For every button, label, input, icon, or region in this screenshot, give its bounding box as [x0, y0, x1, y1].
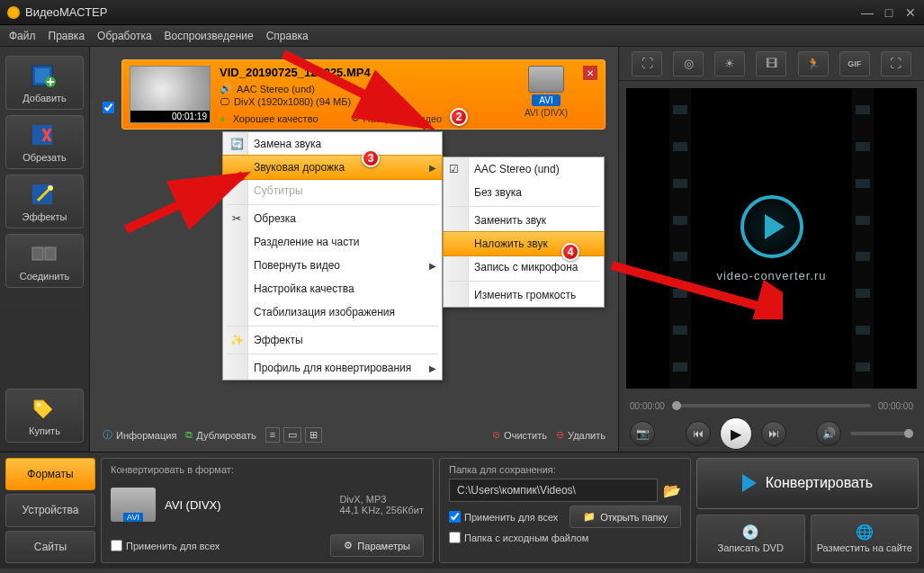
- path-field[interactable]: C:\Users\компик\Videos\: [449, 479, 658, 502]
- menu-file[interactable]: Файл: [9, 30, 36, 42]
- list-actions: ⓘИнформация ⧉Дублировать ≡ ▭ ⊞ ⊘Очистить…: [103, 427, 606, 443]
- cm-profile[interactable]: Профиль для конвертирования▶: [223, 356, 442, 380]
- info-button[interactable]: ⓘИнформация: [103, 428, 176, 442]
- effects-label: Эффекты: [22, 211, 67, 222]
- tab-formats[interactable]: Форматы: [5, 458, 95, 490]
- tab-devices[interactable]: Устройства: [5, 494, 95, 526]
- menu-help[interactable]: Справка: [266, 30, 309, 42]
- remove-file-button[interactable]: ✕: [583, 66, 597, 80]
- folder-box: Папка для сохранения: C:\Users\компик\Vi…: [439, 458, 691, 563]
- watermark-link: video-converter.ru: [716, 269, 826, 282]
- gif-tool[interactable]: GIF: [839, 51, 870, 76]
- brightness-tool[interactable]: ☀: [714, 51, 745, 76]
- time-end: 00:00:00: [878, 401, 913, 411]
- view-toggle[interactable]: ≡ ▭ ⊞: [265, 427, 322, 443]
- playback-controls: 📷 ⏮ ▶ ⏭ 🔊: [619, 416, 924, 452]
- minimize-icon[interactable]: —: [861, 6, 874, 19]
- cm-effects[interactable]: ✨Эффекты: [223, 328, 442, 352]
- menu-process[interactable]: Обработка: [97, 30, 152, 42]
- file-checkbox[interactable]: [103, 102, 114, 113]
- file-thumbnail: 00:01:19: [130, 66, 211, 123]
- next-button[interactable]: ⏭: [761, 421, 786, 446]
- sub-overlay[interactable]: Наложить звук: [443, 231, 605, 256]
- svg-rect-7: [45, 247, 56, 260]
- annotation-badge-4: 4: [561, 243, 579, 261]
- close-icon[interactable]: ✕: [904, 6, 917, 19]
- annotation-badge-3: 3: [362, 149, 380, 167]
- src-folder-checkbox[interactable]: Папка с исходным файлом: [449, 532, 681, 543]
- film-add-icon: [31, 64, 59, 87]
- svg-rect-6: [32, 247, 43, 260]
- cm-stabilize[interactable]: Стабилизация изображения: [223, 300, 442, 324]
- cm-trim[interactable]: ✂Обрезка: [223, 207, 442, 230]
- film-tool[interactable]: 🎞: [756, 51, 786, 76]
- clear-button[interactable]: ⊘Очистить: [492, 429, 547, 441]
- preview-video[interactable]: video-converter.ru: [626, 88, 917, 389]
- sub-record[interactable]: Запись с микрофона: [444, 255, 604, 279]
- camcorder-icon: [528, 66, 564, 93]
- cm-rotate[interactable]: Повернуть видео▶: [223, 254, 442, 277]
- crop-tool[interactable]: ⛶: [632, 51, 662, 76]
- add-button[interactable]: Добавить: [5, 56, 84, 110]
- open-folder-button[interactable]: 📁Открыть папку: [570, 506, 681, 528]
- buy-label: Купить: [29, 425, 60, 436]
- sub-volume[interactable]: Изменить громкость: [444, 283, 604, 307]
- file-list-area: 00:01:19 VID_20190725_123325.MP4 🔊AAC St…: [90, 47, 618, 452]
- annotation-badge-2: 2: [450, 108, 468, 126]
- burn-dvd-button[interactable]: 💿 Записать DVD: [696, 515, 805, 564]
- cut-button[interactable]: Обрезать: [5, 115, 84, 169]
- chevron-right-icon: ▶: [429, 363, 436, 373]
- timeline[interactable]: 00:00:00 00:00:00: [619, 396, 924, 416]
- delete-button[interactable]: ⊖Удалить: [556, 429, 606, 441]
- cm-replace-sound[interactable]: 🔄Замена звука: [223, 132, 442, 156]
- file-video: DivX (1920x1080) (94 МБ): [234, 96, 351, 107]
- menu-playback[interactable]: Воспроизведение: [165, 30, 254, 42]
- cut-label: Обрезать: [22, 152, 67, 163]
- play-button[interactable]: ▶: [720, 417, 752, 450]
- target-tool[interactable]: ◎: [673, 51, 704, 76]
- wand-icon: [31, 183, 59, 206]
- quality-label: Хорошее качество: [233, 113, 318, 124]
- file-row[interactable]: 00:01:19 VID_20190725_123325.MP4 🔊AAC St…: [121, 59, 606, 130]
- volume-button[interactable]: 🔊: [816, 421, 841, 446]
- fx-icon: ✨: [229, 332, 245, 348]
- cm-quality[interactable]: Настройка качества: [223, 277, 442, 300]
- check-icon: ☑: [449, 163, 459, 175]
- volume-slider[interactable]: [850, 432, 913, 435]
- apply-all2-checkbox[interactable]: Применить для всех: [449, 511, 558, 523]
- speaker-icon: 🔊: [220, 83, 232, 94]
- buy-button[interactable]: Купить: [5, 389, 84, 443]
- upload-button[interactable]: 🌐 Разместить на сайте: [811, 515, 920, 564]
- context-menu: 🔄Замена звука Звуковая дорожка▶ Субтитры…: [222, 131, 443, 381]
- format-box: Конвертировать в формат: AVI AVI (DIVX) …: [101, 458, 434, 563]
- preview-toolbar: ⛶ ◎ ☀ 🎞 🏃 GIF ⛶: [619, 47, 924, 81]
- apply-all-checkbox[interactable]: Применить для всех: [111, 540, 220, 551]
- clear-icon: ⊘: [492, 429, 500, 441]
- play-overlay-icon[interactable]: [740, 195, 803, 258]
- sub-mute[interactable]: Без звука: [444, 181, 604, 204]
- disc-icon: 💿: [741, 524, 759, 541]
- duplicate-button[interactable]: ⧉Дублировать: [185, 429, 256, 441]
- effects-button[interactable]: Эффекты: [5, 175, 84, 228]
- format-icon: AVI: [111, 488, 156, 522]
- menubar: Файл Правка Обработка Воспроизведение Сп…: [0, 25, 924, 47]
- convert-button[interactable]: Конвертировать: [696, 458, 919, 509]
- folder-open-icon[interactable]: 📂: [663, 482, 681, 499]
- prev-button[interactable]: ⏮: [686, 421, 711, 446]
- speed-tool[interactable]: 🏃: [798, 51, 829, 76]
- maximize-icon[interactable]: □: [883, 6, 895, 19]
- join-button[interactable]: Соединить: [5, 234, 84, 288]
- video-settings-link[interactable]: ⚙ Настройки видео: [351, 112, 443, 124]
- tab-sites[interactable]: Сайты: [5, 531, 95, 563]
- snapshot-button[interactable]: 📷: [630, 421, 655, 446]
- format-badge: AVI AVI (DIVX): [518, 66, 574, 118]
- cm-split[interactable]: Разделение на части: [223, 230, 442, 254]
- cm-audio-track[interactable]: Звуковая дорожка▶: [222, 155, 443, 180]
- menu-edit[interactable]: Правка: [49, 30, 85, 42]
- sub-aac[interactable]: ☑AAC Stereo (und): [444, 157, 604, 181]
- format-name: AVI (DIVX): [165, 498, 221, 512]
- sub-replace[interactable]: Заменить звук: [444, 209, 604, 232]
- fullscreen-tool[interactable]: ⛶: [881, 51, 911, 76]
- svg-point-8: [37, 403, 40, 407]
- params-button[interactable]: ⚙Параметры: [330, 534, 424, 557]
